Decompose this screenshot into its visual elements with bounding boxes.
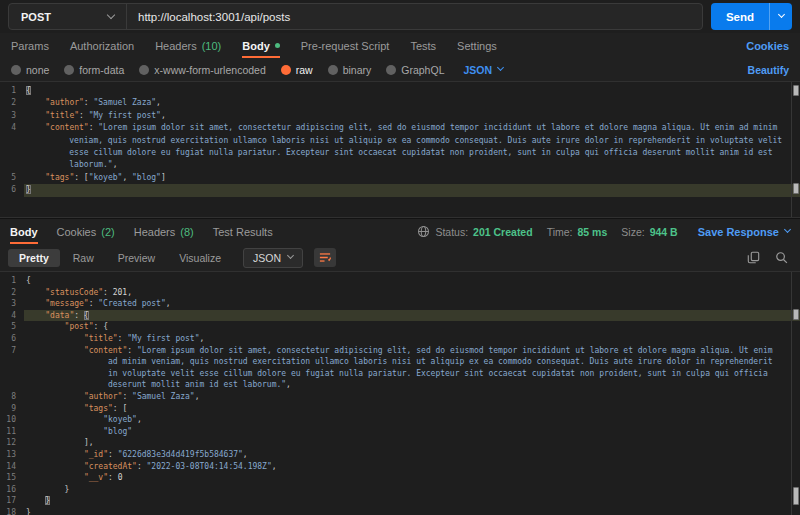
line-number: 10 <box>0 414 24 426</box>
code-line[interactable]: 4"content": "Lorem ipsum dolor sit amet,… <box>0 122 800 172</box>
tab-body[interactable]: Body <box>242 33 280 58</box>
line-content: "_id": "6226d83e3d4d419f5b584637", <box>24 449 800 461</box>
tab-pre-request-script[interactable]: Pre-request Script <box>301 33 390 58</box>
wrap-lines-button[interactable] <box>314 248 336 267</box>
save-response-label: Save Response <box>698 226 779 238</box>
view-visualize[interactable]: Visualize <box>168 249 232 267</box>
code-token: "tags" <box>45 173 74 182</box>
request-language-selector[interactable]: JSON <box>463 64 503 76</box>
radio-icon <box>386 65 396 75</box>
code-line[interactable]: 13"_id": "6226d83e3d4d419f5b584637", <box>0 449 800 461</box>
cookies-link[interactable]: Cookies <box>746 40 789 52</box>
line-number: 15 <box>0 472 24 484</box>
code-line[interactable]: 14"createdAt": "2022-03-08T04:14:54.198Z… <box>0 461 800 473</box>
code-line[interactable]: 17} <box>0 495 800 507</box>
code-token: : <box>103 288 113 297</box>
url-input[interactable]: http://localhost:3001/api/posts <box>127 4 702 29</box>
code-line[interactable]: 9"tags": [ <box>0 403 800 415</box>
code-line[interactable]: 3"message": "Created post", <box>0 298 800 310</box>
code-token: : [ <box>74 173 88 182</box>
code-line[interactable]: 10"koyeb", <box>0 414 800 426</box>
tab-headers[interactable]: Headers(10) <box>155 33 221 58</box>
response-tab-headers[interactable]: Headers(8) <box>134 219 194 244</box>
editor-overview-ruler[interactable] <box>791 82 800 217</box>
view-pretty[interactable]: Pretty <box>8 249 60 267</box>
line-number: 18 <box>0 507 24 515</box>
response-tab-cookies[interactable]: Cookies(2) <box>57 219 115 244</box>
code-line[interactable]: 1{ <box>0 275 800 287</box>
view-preview[interactable]: Preview <box>107 249 166 267</box>
code-line[interactable]: 1{ <box>0 85 800 97</box>
scrollbar-thumb[interactable] <box>793 487 799 505</box>
view-raw[interactable]: Raw <box>62 249 105 267</box>
code-line[interactable]: 11"blog" <box>0 426 800 438</box>
beautify-link[interactable]: Beautify <box>748 64 789 76</box>
response-meta: Status: 201 Created Time: 85 ms Size: 94… <box>417 225 790 238</box>
code-token: "Lorem ipsum dolor sit amet, consectetur… <box>108 346 778 390</box>
code-line[interactable]: 5"tags": ["koyeb", "blog"] <box>0 172 800 184</box>
code-token: "content" <box>84 346 127 355</box>
tab-authorization[interactable]: Authorization <box>70 33 134 58</box>
code-line[interactable]: 2"author": "Samuel Zaza", <box>0 97 800 109</box>
code-token: "blog" <box>103 427 132 436</box>
request-body-editor[interactable]: 1{2"author": "Samuel Zaza",3"title": "My… <box>0 81 800 218</box>
code-token: "Created post" <box>98 299 165 308</box>
body-type-form-data[interactable]: form-data <box>64 64 124 76</box>
tab-label: Authorization <box>70 40 134 52</box>
line-number: 6 <box>0 184 24 196</box>
body-type-raw[interactable]: raw <box>281 64 313 76</box>
size-value: 944 B <box>650 226 678 238</box>
code-line[interactable]: 8"author": "Samuel Zaza", <box>0 391 800 403</box>
line-content: "title": "My first post", <box>24 110 800 122</box>
code-token: "author" <box>45 98 84 107</box>
editor-overview-ruler[interactable] <box>791 272 800 515</box>
tab-params[interactable]: Params <box>11 33 49 58</box>
code-token: "6226d83e3d4d419f5b584637" <box>118 450 243 459</box>
code-token: } <box>45 496 50 505</box>
code-line[interactable]: 3"title": "My first post", <box>0 110 800 122</box>
body-type-row: noneform-datax-www-form-urlencodedrawbin… <box>0 58 800 81</box>
response-body-editor[interactable]: 1{2"statusCode": 201,3"message": "Create… <box>0 271 800 515</box>
line-number: 1 <box>0 275 24 287</box>
response-language-selector[interactable]: JSON <box>243 248 303 268</box>
tab-label: Pre-request Script <box>301 40 390 52</box>
response-tab-body[interactable]: Body <box>10 219 38 244</box>
code-token: } <box>65 485 70 494</box>
url-control: POST http://localhost:3001/api/posts <box>8 3 703 30</box>
save-response-button[interactable]: Save Response <box>698 226 790 238</box>
code-line[interactable]: 6} <box>0 184 800 196</box>
radio-icon <box>64 65 74 75</box>
code-line[interactable]: 15"__v": 0 <box>0 472 800 484</box>
body-type-x-www-form-urlencoded[interactable]: x-www-form-urlencoded <box>139 64 265 76</box>
body-type-none[interactable]: none <box>11 64 49 76</box>
code-line[interactable]: 7"content": "Lorem ipsum dolor sit amet,… <box>0 345 800 391</box>
send-button[interactable]: Send <box>711 3 792 30</box>
code-line[interactable]: 5"post": { <box>0 321 800 333</box>
line-content: } <box>24 184 800 196</box>
code-line[interactable]: 6"title": "My first post", <box>0 333 800 345</box>
line-content: "author": "Samuel Zaza", <box>24 97 800 109</box>
body-type-graphql[interactable]: GraphQL <box>386 64 444 76</box>
code-token: "koyeb" <box>103 415 137 424</box>
body-type-binary[interactable]: binary <box>328 64 372 76</box>
response-tab-test-results[interactable]: Test Results <box>213 219 273 244</box>
line-number: 8 <box>0 391 24 403</box>
code-line[interactable]: 18} <box>0 507 800 515</box>
code-line[interactable]: 4"data": { <box>0 310 800 322</box>
search-icon[interactable] <box>775 251 788 264</box>
language-label: JSON <box>463 64 492 76</box>
radio-label: raw <box>296 64 313 76</box>
code-token: { <box>26 86 31 95</box>
line-number: 11 <box>0 426 24 438</box>
code-line[interactable]: 2"statusCode": 201, <box>0 287 800 299</box>
copy-icon[interactable] <box>747 251 760 264</box>
tab-count-badge: (10) <box>202 40 222 52</box>
chevron-down-icon <box>777 11 784 18</box>
method-selector[interactable]: POST <box>9 4 127 29</box>
tab-tests[interactable]: Tests <box>410 33 436 58</box>
size-label: Size: <box>621 226 644 238</box>
send-options-button[interactable] <box>769 3 792 30</box>
code-line[interactable]: 16} <box>0 484 800 496</box>
tab-settings[interactable]: Settings <box>457 33 497 58</box>
code-line[interactable]: 12], <box>0 437 800 449</box>
